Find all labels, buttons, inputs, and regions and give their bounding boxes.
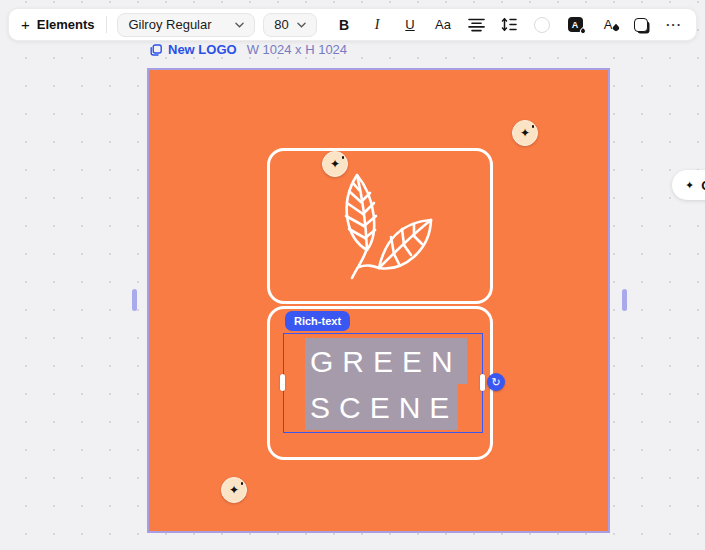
sparkle-dot: [342, 156, 345, 159]
duplicate-icon[interactable]: [150, 44, 162, 56]
resize-handle-right[interactable]: [480, 374, 485, 391]
italic-button[interactable]: I: [367, 15, 387, 35]
toolbar-divider: [106, 16, 107, 33]
text-highlight-button[interactable]: A: [565, 15, 585, 35]
sparkle-icon: ✦: [330, 158, 340, 170]
text-toolbar: + Elements Gilroy Regular 80 B I U Aa: [8, 8, 697, 41]
logo-artboard[interactable]: Rich-text GREEN SCENE ↻ ✦ ✦ ✦: [147, 68, 610, 533]
resize-handle-left[interactable]: [280, 374, 285, 391]
ai-sparkle-button-frame[interactable]: ✦: [322, 151, 348, 177]
ai-sparkle-button-top-right[interactable]: ✦: [512, 120, 538, 146]
format-buttons: B I U Aa: [334, 15, 684, 35]
leaf-illustration[interactable]: [337, 170, 437, 280]
logo-text-line1[interactable]: GREEN: [305, 338, 467, 384]
color-swatch-button[interactable]: [532, 15, 552, 35]
font-family-select[interactable]: Gilroy Regular: [117, 13, 255, 37]
droplet-icon: [578, 27, 586, 35]
highlight-icon: A: [568, 17, 583, 32]
artboard-name[interactable]: New LOGO: [168, 42, 237, 57]
font-size-select[interactable]: 80: [263, 13, 317, 37]
rotate-icon: ↻: [491, 376, 500, 389]
shadow-square-icon: [634, 18, 648, 32]
chevron-down-icon: [235, 22, 244, 28]
color-swatch-icon: [534, 17, 550, 33]
font-family-value: Gilroy Regular: [128, 17, 211, 32]
font-color-letter: A: [604, 17, 613, 32]
generate-button[interactable]: ✦ G: [672, 170, 705, 200]
sparkle-dot: [532, 125, 535, 128]
sparkle-icon: ✦: [520, 127, 530, 139]
elements-label: Elements: [37, 17, 95, 32]
rotate-handle[interactable]: ↻: [487, 373, 505, 391]
generate-label: G: [701, 178, 705, 193]
font-size-value: 80: [274, 17, 288, 32]
droplet-icon: [612, 24, 620, 32]
artboard-edge-handle-right[interactable]: [622, 289, 627, 311]
rich-text-element[interactable]: GREEN SCENE: [283, 333, 483, 433]
sparkle-icon: ✦: [229, 484, 239, 496]
font-color-button[interactable]: A: [598, 15, 618, 35]
text-effects-button[interactable]: [631, 15, 651, 35]
add-elements-button[interactable]: + Elements: [21, 17, 95, 32]
sparkle-dot: [241, 482, 244, 485]
artboard-edge-handle-left[interactable]: [132, 289, 137, 311]
highlight-letter: A: [572, 20, 579, 30]
rich-text-badge[interactable]: Rich-text: [285, 311, 350, 331]
ai-sparkle-button-bottom-left[interactable]: ✦: [221, 477, 247, 503]
artboard-dimensions: W 1024 x H 1024: [247, 42, 347, 57]
line-spacing-icon: [501, 17, 517, 32]
align-center-button[interactable]: [466, 15, 486, 35]
text-case-button[interactable]: Aa: [433, 15, 453, 35]
plus-icon: +: [21, 17, 30, 32]
align-center-icon: [468, 18, 485, 32]
underline-button[interactable]: U: [400, 15, 420, 35]
more-options-button[interactable]: ···: [664, 15, 684, 35]
bold-button[interactable]: B: [334, 15, 354, 35]
font-color-icon: A: [604, 17, 613, 32]
artboard-label: New LOGO W 1024 x H 1024: [150, 42, 347, 57]
chevron-down-icon: [297, 22, 306, 28]
line-spacing-button[interactable]: [499, 15, 519, 35]
logo-text-line2[interactable]: SCENE: [305, 384, 458, 430]
sparkle-icon: ✦: [685, 179, 694, 192]
